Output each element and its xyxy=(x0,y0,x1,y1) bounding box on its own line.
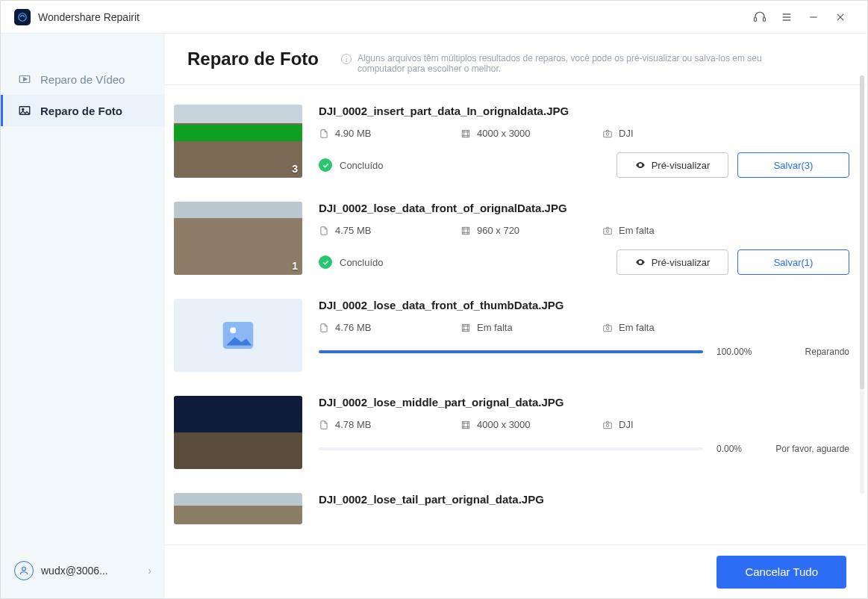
eye-icon xyxy=(635,160,646,170)
svg-rect-15 xyxy=(604,131,612,137)
svg-rect-23 xyxy=(604,326,612,332)
cancel-all-button[interactable]: Cancelar Tudo xyxy=(716,556,846,589)
camera-icon xyxy=(602,420,613,430)
file-size: 4.78 MB xyxy=(335,419,371,430)
svg-rect-1 xyxy=(755,17,757,21)
page-header: Reparo de Foto i Alguns arquivos têm múl… xyxy=(165,34,867,85)
camera-icon xyxy=(602,128,613,139)
file-list: 3 DJI_0002_insert_part_data_In_orignalda… xyxy=(165,85,867,544)
svg-point-19 xyxy=(606,229,609,232)
svg-marker-10 xyxy=(24,78,28,81)
file-icon xyxy=(319,420,329,430)
file-thumbnail[interactable]: 3 xyxy=(174,105,302,178)
eye-icon xyxy=(635,257,646,267)
app-title: Wondershare Repairit xyxy=(38,11,140,23)
camera-icon xyxy=(602,323,613,333)
svg-rect-25 xyxy=(462,421,469,428)
preview-button[interactable]: Pré-visualizar xyxy=(616,152,728,178)
file-dimensions: 4000 x 3000 xyxy=(477,419,531,430)
sidebar-item-photo-repair[interactable]: Reparo de Foto xyxy=(1,95,165,126)
preview-button[interactable]: Pré-visualizar xyxy=(616,249,728,275)
page-subtitle: Alguns arquivos têm múltiplos resultados… xyxy=(357,53,804,74)
file-name: DJI_0002_lose_tail_part_orignal_data.JPG xyxy=(319,493,849,506)
video-icon xyxy=(18,72,31,86)
progress-bar xyxy=(319,350,703,353)
file-dimensions: Em falta xyxy=(477,322,513,333)
file-name: DJI_0002_lose_data_front_of_orignalData.… xyxy=(319,202,849,214)
file-icon xyxy=(319,323,329,333)
file-thumbnail[interactable] xyxy=(174,396,302,469)
svg-rect-26 xyxy=(604,423,612,429)
file-icon xyxy=(319,128,329,139)
titlebar: Wondershare Repairit xyxy=(1,1,867,34)
chevron-right-icon: › xyxy=(148,565,152,577)
status-label: Concluído xyxy=(340,160,384,171)
save-button[interactable]: Salvar(3) xyxy=(737,152,849,178)
svg-point-27 xyxy=(606,423,609,426)
progress-status: Por favor, aguarde xyxy=(767,444,849,454)
file-size: 4.76 MB xyxy=(335,322,371,333)
result-count-badge: 3 xyxy=(292,163,298,175)
user-avatar-icon xyxy=(14,561,34,580)
file-camera: Em falta xyxy=(619,225,655,236)
dimensions-icon xyxy=(460,226,471,236)
svg-rect-18 xyxy=(604,229,612,235)
user-account[interactable]: wudx@3006... › xyxy=(1,547,165,598)
file-camera: DJI xyxy=(619,128,634,139)
file-camera: Em falta xyxy=(619,322,655,333)
check-icon xyxy=(319,255,332,269)
main-content: Reparo de Foto i Alguns arquivos têm múl… xyxy=(165,34,867,598)
minimize-button[interactable] xyxy=(800,6,827,28)
menu-icon[interactable] xyxy=(773,6,800,28)
file-row: DJI_0002_lose_data_front_of_thumbData.JP… xyxy=(174,288,849,385)
file-size: 4.90 MB xyxy=(335,128,371,139)
sidebar: Reparo de Vídeo Reparo de Foto wudx@3006… xyxy=(1,34,165,598)
file-name: DJI_0002_insert_part_data_In_orignaldata… xyxy=(319,105,849,117)
file-row: 3 DJI_0002_insert_part_data_In_orignalda… xyxy=(174,94,849,191)
file-dimensions: 4000 x 3000 xyxy=(477,128,531,139)
status-label: Concluído xyxy=(340,257,384,268)
file-size: 4.75 MB xyxy=(335,225,371,236)
info-icon: i xyxy=(341,54,352,64)
svg-rect-14 xyxy=(462,130,469,137)
svg-point-24 xyxy=(606,326,609,329)
progress-percent: 100.00% xyxy=(716,347,754,357)
footer: Cancelar Tudo xyxy=(165,544,867,598)
dimensions-icon xyxy=(460,420,471,430)
file-icon xyxy=(319,226,329,236)
check-icon xyxy=(319,158,332,172)
svg-rect-2 xyxy=(764,17,766,21)
svg-point-16 xyxy=(606,132,609,135)
file-camera: DJI xyxy=(619,419,634,430)
file-row: DJI_0002_lose_middle_part_orignal_data.J… xyxy=(174,385,849,482)
app-logo xyxy=(14,9,31,25)
svg-point-12 xyxy=(22,108,24,110)
file-thumbnail[interactable] xyxy=(174,299,302,372)
photo-icon xyxy=(18,104,31,117)
file-row: DJI_0002_lose_tail_part_orignal_data.JPG xyxy=(174,482,849,524)
support-icon[interactable] xyxy=(746,6,773,28)
svg-point-21 xyxy=(230,327,236,333)
progress-status: Reparando xyxy=(767,347,849,357)
camera-icon xyxy=(602,226,613,236)
dimensions-icon xyxy=(460,323,471,333)
user-name: wudx@3006... xyxy=(41,565,108,577)
save-button[interactable]: Salvar(1) xyxy=(737,249,849,275)
image-placeholder-icon xyxy=(218,315,258,356)
file-thumbnail[interactable] xyxy=(174,493,302,524)
progress-percent: 0.00% xyxy=(716,444,754,454)
file-thumbnail[interactable]: 1 xyxy=(174,202,302,275)
close-button[interactable] xyxy=(827,6,854,28)
dimensions-icon xyxy=(460,128,471,139)
file-dimensions: 960 x 720 xyxy=(477,225,519,236)
file-name: DJI_0002_lose_middle_part_orignal_data.J… xyxy=(319,396,849,409)
file-row: 1 DJI_0002_lose_data_front_of_orignalDat… xyxy=(174,191,849,288)
scrollbar[interactable] xyxy=(860,75,864,494)
svg-point-0 xyxy=(19,13,27,21)
svg-rect-17 xyxy=(462,227,469,234)
scrollbar-thumb[interactable] xyxy=(860,75,864,389)
sidebar-item-label: Reparo de Vídeo xyxy=(40,73,125,86)
svg-point-13 xyxy=(22,567,26,571)
sidebar-item-video-repair[interactable]: Reparo de Vídeo xyxy=(1,63,165,95)
result-count-badge: 1 xyxy=(292,260,298,272)
